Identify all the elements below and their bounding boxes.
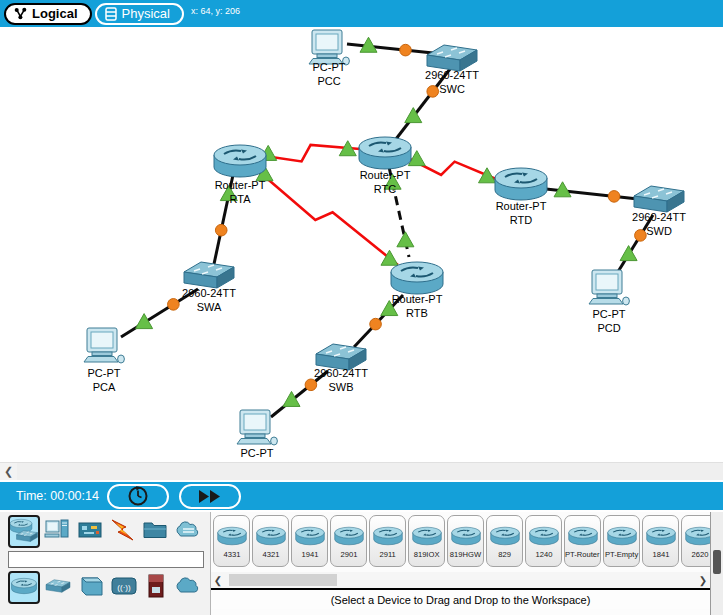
subcategory-row: ((·)) bbox=[8, 571, 204, 604]
category-multiuser[interactable] bbox=[172, 515, 204, 548]
switches-icon bbox=[44, 575, 72, 601]
packet-tracer-window: Logical Physical x: 64, y: 206 PC-PTPCC … bbox=[0, 0, 723, 615]
router-model-icon bbox=[684, 524, 711, 552]
link-RTC-RTD[interactable] bbox=[406, 151, 496, 183]
device-button-2911[interactable]: 2911 bbox=[369, 515, 406, 567]
device-SWA[interactable]: 2960-24TTSWA bbox=[182, 262, 236, 313]
svg-text:((·)): ((·)) bbox=[117, 582, 131, 591]
device-model-name: 829 bbox=[498, 550, 511, 559]
simulation-time-bar: Time: 00:00:14 bbox=[0, 482, 723, 510]
palette-status-text: (Select a Device to Drag and Drop to the… bbox=[331, 594, 591, 606]
router-model-icon bbox=[528, 524, 560, 552]
canvas-horizontal-scrollbar[interactable]: ❮ bbox=[0, 462, 723, 480]
power-cycle-button[interactable] bbox=[107, 484, 169, 509]
router-model-icon bbox=[606, 524, 638, 552]
port-up-triangle-icon bbox=[620, 246, 637, 261]
subcategory-hubs[interactable] bbox=[76, 571, 106, 604]
port-status-dot-icon bbox=[215, 224, 227, 236]
palette-vscrollbar-thumb[interactable] bbox=[713, 550, 721, 574]
device-model-name: PT-Router bbox=[565, 550, 600, 559]
device-button-829[interactable]: 829 bbox=[486, 515, 523, 567]
palette-horizontal-scrollbar[interactable]: ❮ ❯ bbox=[211, 572, 710, 588]
category-connections[interactable] bbox=[107, 515, 138, 548]
palette-status-bar: (Select a Device to Drag and Drop to the… bbox=[211, 588, 710, 609]
link-RTD-SWD[interactable] bbox=[546, 182, 638, 202]
device-PCA[interactable]: PC-PTPCA bbox=[84, 328, 124, 393]
subcategory-switches[interactable] bbox=[42, 571, 74, 604]
device-button-2901[interactable]: 2901 bbox=[330, 515, 367, 567]
device-button-4321[interactable]: 4321 bbox=[252, 515, 289, 567]
device-button-1941[interactable]: 1941 bbox=[291, 515, 328, 567]
device-button-PT-Empty[interactable]: PT-Empty bbox=[603, 515, 640, 567]
palette-scroll-right-icon[interactable]: ❯ bbox=[696, 575, 710, 586]
router-icon[interactable] bbox=[214, 145, 266, 177]
port-status-dot-icon bbox=[305, 379, 317, 391]
switch-icon[interactable] bbox=[427, 45, 477, 71]
device-model-name: 1240 bbox=[535, 550, 552, 559]
category-components[interactable] bbox=[75, 515, 106, 548]
device-model-panel: 4331 4321 1941 2901 2911 bbox=[210, 512, 710, 615]
device-model-name: 4321 bbox=[262, 550, 279, 559]
cursor-coordinates: x: 64, y: 206 bbox=[191, 6, 240, 16]
switch-icon[interactable] bbox=[184, 262, 234, 288]
palette-scroll-left-icon[interactable]: ❮ bbox=[211, 575, 225, 586]
workspace-canvas[interactable]: PC-PTPCC 2960-24TTSWC Router-PTRTA Route… bbox=[0, 27, 723, 462]
device-model-label: 2960-24TT bbox=[425, 69, 479, 81]
device-RTD[interactable]: Router-PTRTD bbox=[495, 168, 547, 226]
canvas-scrollbar-track[interactable] bbox=[17, 463, 723, 480]
multiuser-icon bbox=[174, 518, 202, 546]
category-network-devices[interactable] bbox=[8, 515, 40, 548]
category-miscellaneous[interactable] bbox=[140, 515, 171, 548]
device-RTB[interactable]: Router-PTRTB bbox=[391, 262, 443, 319]
category-end-devices[interactable] bbox=[42, 515, 73, 548]
switch-icon[interactable] bbox=[634, 186, 684, 212]
device-button-2620[interactable]: 2620 bbox=[681, 515, 710, 567]
scroll-left-arrow-icon[interactable]: ❮ bbox=[0, 463, 17, 480]
link-PCC-SWC[interactable] bbox=[347, 37, 433, 56]
device-model-row: 4331 4321 1941 2901 2911 bbox=[211, 512, 710, 570]
port-status-dot-icon bbox=[608, 191, 620, 203]
router-model-icon bbox=[294, 524, 326, 552]
device-name-label: PCC bbox=[317, 75, 340, 87]
tab-physical[interactable]: Physical bbox=[95, 3, 184, 25]
palette-scrollbar-thumb[interactable] bbox=[229, 574, 337, 586]
device-RTC[interactable]: Router-PTRTC bbox=[359, 137, 411, 195]
device-button-819HGW[interactable]: 819HGW bbox=[447, 515, 484, 567]
device-name-label: PCA bbox=[93, 381, 116, 393]
palette-scrollbar-track[interactable] bbox=[225, 573, 696, 587]
router-icon[interactable] bbox=[359, 137, 411, 169]
device-model-name: 2901 bbox=[340, 550, 357, 559]
pc-icon[interactable] bbox=[589, 270, 629, 305]
port-up-triangle-icon bbox=[479, 168, 496, 183]
device-button-PT-Router[interactable]: PT-Router bbox=[564, 515, 601, 567]
device-button-1240[interactable]: 1240 bbox=[525, 515, 562, 567]
miscellaneous-icon bbox=[142, 517, 168, 547]
device-model-label: PC-PT bbox=[88, 367, 121, 379]
link-RTA-RTC[interactable] bbox=[258, 141, 360, 162]
device-model-label: Router-PT bbox=[392, 293, 443, 305]
ethernet-cable[interactable] bbox=[616, 215, 653, 275]
router-model-icon bbox=[255, 524, 287, 552]
fast-forward-time-button[interactable] bbox=[179, 484, 241, 509]
subcategory-routers[interactable] bbox=[8, 571, 40, 604]
router-icon[interactable] bbox=[391, 262, 443, 294]
router-model-icon bbox=[645, 524, 677, 552]
subcategory-security[interactable] bbox=[142, 571, 170, 604]
device-RTA[interactable]: Router-PTRTA bbox=[214, 145, 266, 205]
pc-icon[interactable] bbox=[309, 30, 349, 65]
device-button-4331[interactable]: 4331 bbox=[213, 515, 250, 567]
port-up-triangle-icon bbox=[397, 232, 414, 247]
device-PCC[interactable]: PC-PTPCC bbox=[309, 30, 349, 87]
device-button-819IOX[interactable]: 819IOX bbox=[408, 515, 445, 567]
device-SWB[interactable]: 2960-24TTSWB bbox=[314, 344, 368, 393]
link-SWD-PCD[interactable] bbox=[616, 215, 653, 275]
port-status-dot-icon bbox=[427, 86, 439, 98]
pc-icon[interactable] bbox=[84, 328, 124, 363]
router-icon[interactable] bbox=[495, 168, 547, 200]
device-button-1841[interactable]: 1841 bbox=[642, 515, 679, 567]
palette-vertical-scrollbar[interactable] bbox=[710, 512, 723, 615]
subcategory-wan-emulation[interactable] bbox=[172, 571, 204, 604]
subcategory-wireless-devices[interactable]: ((·)) bbox=[108, 571, 140, 604]
device-PCD[interactable]: PC-PTPCD bbox=[589, 270, 629, 334]
tab-logical[interactable]: Logical bbox=[4, 3, 92, 25]
